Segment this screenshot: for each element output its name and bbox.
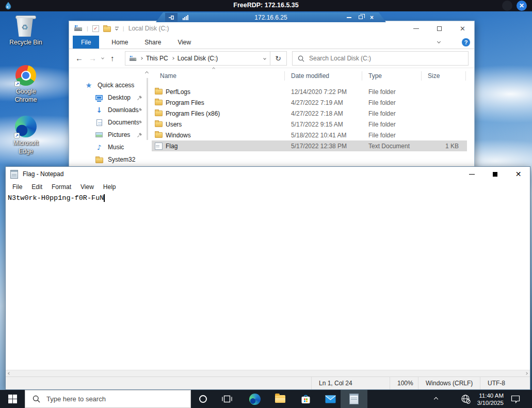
- rdp-restore-button[interactable]: [359, 15, 363, 19]
- sidebar-item-pictures[interactable]: Pictures: [69, 129, 152, 141]
- taskbar-notepad-button-active[interactable]: [341, 390, 367, 408]
- chrome-icon: ↗: [15, 65, 36, 86]
- file-name: Flag: [166, 143, 285, 150]
- sidebar-item-downloads[interactable]: ↓ Downloads: [69, 104, 152, 116]
- menu-file[interactable]: File: [8, 182, 27, 192]
- desktop-icon-label: Google Chrome: [10, 88, 41, 104]
- file-row-perflogs[interactable]: PerfLogs 12/14/2020 7:22 PM File folder: [152, 86, 467, 97]
- taskbar-mail-button[interactable]: [321, 390, 339, 408]
- taskbar-search-input[interactable]: [46, 395, 170, 403]
- text-document-icon: [155, 143, 163, 150]
- start-button[interactable]: [0, 390, 25, 408]
- recent-locations-chevron-icon[interactable]: [101, 56, 104, 59]
- expand-ribbon-chevron-icon[interactable]: [437, 40, 441, 43]
- tab-file[interactable]: File: [73, 36, 99, 49]
- up-button[interactable]: ↑: [110, 54, 115, 62]
- explorer-minimize-button[interactable]: [405, 21, 428, 36]
- file-name: Windows: [166, 132, 285, 139]
- freerdp-minimize-button[interactable]: [502, 1, 512, 11]
- file-row-flag-selected[interactable]: Flag 5/17/2022 12:38 PM Text Document 1 …: [152, 140, 467, 151]
- rdp-minimize-button[interactable]: [347, 17, 351, 18]
- mail-icon: [325, 395, 336, 403]
- sidebar-item-system32[interactable]: System32: [69, 153, 152, 166]
- notepad-maximize-button[interactable]: [483, 167, 507, 181]
- encoding-status: UTF-8: [480, 377, 530, 389]
- tab-home[interactable]: Home: [103, 36, 136, 49]
- new-folder-button[interactable]: [103, 26, 111, 32]
- notepad-text-area[interactable]: N3tw0rk-H0pp1ng-f0R-FuN: [6, 193, 530, 370]
- back-button[interactable]: ←: [75, 54, 83, 62]
- desktop-icon-label: Microsoft Edge: [10, 139, 41, 155]
- menu-help[interactable]: Help: [99, 182, 121, 192]
- explorer-maximize-button[interactable]: [428, 21, 451, 36]
- column-header-name[interactable]: Name: [152, 71, 285, 81]
- clock-time: 11:40 AM: [469, 392, 504, 399]
- refresh-button[interactable]: ↻: [270, 51, 287, 66]
- desktop-icon-google-chrome[interactable]: ↗ Google Chrome: [4, 65, 47, 104]
- notepad-menubar: File Edit Format View Help: [6, 181, 530, 193]
- menu-format[interactable]: Format: [47, 182, 76, 192]
- show-hidden-icons-button[interactable]: [429, 390, 443, 408]
- address-bar[interactable]: This PC Local Disk (C:): [125, 51, 270, 66]
- scroll-left-arrow-icon[interactable]: [8, 372, 11, 375]
- column-header-type[interactable]: Type: [362, 71, 422, 81]
- menu-edit[interactable]: Edit: [27, 182, 47, 192]
- taskbar-edge-button[interactable]: [246, 390, 264, 408]
- sidebar-item-music[interactable]: ♪ Music: [69, 141, 152, 153]
- file-row-windows[interactable]: Windows 5/18/2022 10:41 AM File folder: [152, 130, 467, 140]
- explorer-search-input[interactable]: [309, 55, 463, 62]
- sidebar-item-quick-access[interactable]: ★ Quick access: [69, 79, 152, 91]
- desktop-icon-recycle-bin[interactable]: ♻ Recycle Bin: [4, 15, 47, 47]
- breadcrumb-this-pc[interactable]: This PC: [146, 55, 168, 62]
- file-explorer-icon: [275, 395, 285, 403]
- column-header-size[interactable]: Size: [422, 71, 466, 81]
- action-center-button[interactable]: [506, 390, 525, 408]
- pin-icon: [137, 107, 142, 113]
- file-row-program-files-x86[interactable]: Program Files (x86) 4/27/2022 7:18 AM Fi…: [152, 108, 467, 119]
- desktop-icon-microsoft-edge[interactable]: ↗ Microsoft Edge: [4, 116, 47, 155]
- help-button[interactable]: ?: [462, 38, 470, 46]
- explorer-search-box[interactable]: [292, 51, 469, 66]
- file-row-users[interactable]: Users 5/17/2022 9:15 AM File folder: [152, 119, 467, 130]
- notepad-status-bar: Ln 1, Col 24 100% Windows (CRLF) UTF-8: [6, 376, 530, 389]
- freerdp-close-button[interactable]: ✕: [517, 1, 527, 11]
- clock-date: 3/10/2025: [469, 399, 504, 406]
- sidebar-item-documents[interactable]: Documents: [69, 116, 152, 129]
- freerdp-titlebar: FreeRDP: 172.16.5.35 ✕: [0, 0, 532, 11]
- file-row-program-files[interactable]: Program Files 4/27/2022 7:19 AM File fol…: [152, 97, 467, 108]
- tab-view[interactable]: View: [169, 36, 199, 49]
- customize-toolbar-button[interactable]: [115, 27, 119, 30]
- folder-icon: [155, 89, 163, 95]
- column-header-date-modified[interactable]: Date modified: [285, 71, 362, 81]
- scroll-right-arrow-icon[interactable]: [525, 372, 528, 375]
- address-dropdown-chevron-icon[interactable]: [263, 57, 266, 60]
- scroll-up-arrow-icon[interactable]: [145, 71, 149, 75]
- taskbar-search-box[interactable]: [25, 390, 191, 408]
- file-type: Text Document: [362, 143, 422, 150]
- shortcut-arrow-icon: ↗: [14, 133, 20, 138]
- text-caret: [104, 194, 105, 202]
- screen: FreeRDP: 172.16.5.35 ✕ ♻ Recycle Bin ↗ G…: [0, 0, 532, 408]
- tab-share[interactable]: Share: [136, 36, 169, 49]
- forward-button[interactable]: →: [89, 54, 96, 62]
- documents-icon: [95, 118, 103, 127]
- rdp-close-button[interactable]: ×: [370, 15, 374, 20]
- breadcrumb-local-disk[interactable]: Local Disk (C:): [178, 55, 218, 62]
- breadcrumb-separator-icon: [140, 57, 143, 60]
- horizontal-scrollbar[interactable]: [6, 370, 530, 376]
- notepad-minimize-button[interactable]: [460, 167, 483, 181]
- breadcrumb-separator-icon: [171, 57, 174, 60]
- task-view-button[interactable]: [218, 390, 236, 408]
- zoom-level-status: 100%: [390, 377, 418, 389]
- cortana-button[interactable]: [194, 390, 212, 408]
- taskbar-file-explorer-button[interactable]: [271, 390, 289, 408]
- properties-button[interactable]: ✓: [92, 25, 99, 32]
- taskbar-clock[interactable]: 11:40 AM 3/10/2025: [469, 390, 504, 408]
- taskbar-store-button[interactable]: [297, 390, 314, 408]
- notepad-close-button[interactable]: ✕: [507, 167, 530, 181]
- explorer-close-button[interactable]: ✕: [451, 21, 474, 36]
- sidebar-item-desktop[interactable]: Desktop: [69, 91, 152, 104]
- file-type: File folder: [362, 121, 422, 128]
- file-name: Users: [166, 121, 285, 128]
- menu-view[interactable]: View: [76, 182, 99, 192]
